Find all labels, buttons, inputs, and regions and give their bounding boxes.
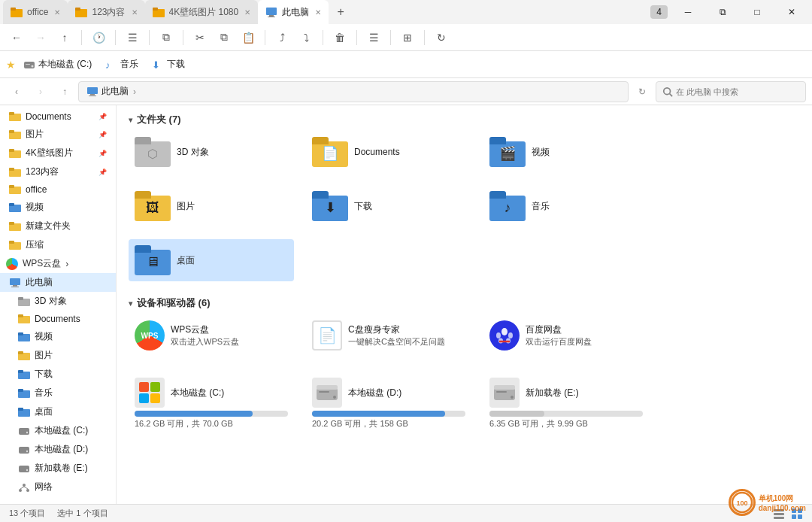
view-menu-button[interactable]: ☰ [122, 27, 143, 48]
quickbar: ★ 本地磁盘 (C:) ♪ 音乐 ⬇ 下载 [0, 51, 812, 78]
forward-button[interactable]: → [30, 27, 51, 48]
sidebar-thispc-label: 此电脑 [26, 276, 53, 289]
paste-button[interactable]: 📋 [238, 27, 259, 48]
tab-pc[interactable]: 此电脑 ✕ [258, 0, 329, 24]
svg-rect-5 [153, 8, 158, 11]
sidebar-item-3d[interactable]: 3D 对象 [0, 292, 116, 311]
tab-pc-close[interactable]: ✕ [315, 8, 321, 17]
search-box[interactable] [656, 81, 806, 102]
up-button[interactable]: ↑ [54, 27, 75, 48]
folder-item-desktop[interactable]: 🖥 桌面 [129, 239, 294, 281]
sidebar-section-wps[interactable]: WPS云盘 › [0, 254, 116, 273]
recent-button[interactable]: 🕐 [88, 27, 109, 48]
new-folder-button[interactable]: ⧉ [156, 27, 177, 48]
tab-123-close[interactable]: ✕ [132, 8, 138, 17]
svg-point-10 [32, 65, 34, 67]
sidebar-item-newfolder[interactable]: 新建文件夹 [0, 217, 116, 235]
svg-rect-20 [9, 112, 14, 115]
svg-line-62 [24, 487, 28, 489]
quick-local-disk[interactable]: 本地磁盘 (C:) [17, 56, 98, 73]
quick-music[interactable]: ♪ 音乐 [99, 56, 144, 73]
sidebar-item-office[interactable]: office [0, 181, 116, 198]
tab-4k-close[interactable]: ✕ [244, 8, 250, 17]
sidebar-network-label: 网络 [35, 481, 53, 493]
refresh-button[interactable]: ↻ [431, 27, 452, 48]
tab-123-label: 123内容 [92, 6, 125, 19]
sidebar-item-desktop[interactable]: 桌面 [0, 402, 116, 421]
toolbar-sep-1 [81, 30, 82, 45]
toolbar-sep-4 [183, 30, 183, 45]
quick-music-label: 音乐 [120, 58, 138, 71]
folder-item-video[interactable]: 🎬 视频 [483, 131, 649, 173]
forward-nav-button[interactable]: › [30, 81, 51, 102]
drive-item-ddrive[interactable]: 本地磁盘 (D:) 20.2 GB 可用，共 158 GB [306, 372, 471, 436]
folder-item-documents[interactable]: 📄 Documents [306, 131, 471, 173]
folders-section-label: 文件夹 (7) [137, 113, 181, 126]
quick-download[interactable]: ⬇ 下载 [146, 56, 191, 73]
sidebar-item-pics2[interactable]: 图片 [0, 346, 116, 365]
drive-item-cdrive[interactable]: 本地磁盘 (C:) 16.2 GB 可用，共 70.0 GB [129, 372, 294, 436]
tab-office[interactable]: office ✕ [3, 0, 68, 24]
address-box[interactable]: 此电脑 › [78, 81, 629, 102]
search-input[interactable] [676, 87, 789, 96]
sidebar-item-edrive[interactable]: 新加载卷 (E:) [0, 459, 116, 478]
restore-button[interactable]: ⧉ [705, 0, 740, 24]
move-button[interactable]: ⤴ [271, 27, 292, 48]
sidebar-item-dl2[interactable]: 下载 [0, 365, 116, 384]
tab-4k[interactable]: 4K壁纸图片 1080 ✕ [145, 0, 259, 24]
minimize-button[interactable]: ─ [671, 0, 705, 24]
back-nav-button[interactable]: ‹ [6, 81, 27, 102]
file-icon: 📄 [312, 320, 342, 351]
cut-button[interactable]: ✂ [189, 27, 211, 48]
sidebar-item-documents[interactable]: Documents 📌 [0, 108, 116, 125]
sidebar-item-video2[interactable]: 视频 [0, 327, 116, 346]
add-tab-button[interactable]: + [329, 0, 353, 24]
win-logo-icon [135, 378, 165, 408]
view-toggle-button[interactable]: ⊞ [397, 27, 418, 48]
sidebar-item-123[interactable]: 123内容 📌 [0, 162, 116, 181]
toolbar-sep-6 [323, 30, 323, 45]
sidebar-item-4k[interactable]: 4K壁纸图片 📌 [0, 144, 116, 162]
close-button[interactable]: ✕ [774, 0, 809, 24]
tab-office-close[interactable]: ✕ [54, 8, 60, 17]
properties-button[interactable]: ☰ [363, 27, 384, 48]
drive-d-icon [18, 445, 30, 455]
folder-video2-icon [18, 332, 30, 342]
drive-edrive-bar [489, 411, 544, 417]
up-nav-button[interactable]: ↑ [54, 81, 75, 102]
folder-desktop-thumb: 🖥 [135, 245, 171, 275]
sidebar-item-thispc[interactable]: 此电脑 [0, 273, 116, 292]
back-button[interactable]: ← [6, 27, 27, 48]
addr-sep: › [133, 86, 136, 97]
copy-button[interactable]: ⧉ [214, 27, 235, 48]
sidebar-item-cdrive[interactable]: 本地磁盘 (C:) [0, 421, 116, 440]
drive-item-edrive[interactable]: 新加载卷 (E:) 6.35 GB 可用，共 9.99 GB [483, 372, 649, 436]
svg-rect-74 [494, 385, 515, 390]
drive-item-baidu[interactable]: 百度网盘 双击运行百度网盘 [483, 314, 649, 360]
sidebar-item-docs2[interactable]: Documents [0, 311, 116, 327]
sidebar-item-video[interactable]: 视频 [0, 198, 116, 217]
delete-button[interactable]: 🗑 [329, 27, 350, 48]
folder-item-music[interactable]: ♪ 音乐 [483, 185, 649, 227]
sidebar-newfolder-label: 新建文件夹 [26, 220, 71, 232]
addr-refresh-button[interactable]: ↻ [632, 81, 653, 102]
sidebar-item-zip[interactable]: 压缩 [0, 235, 116, 254]
svg-rect-36 [13, 285, 17, 287]
copy2-button[interactable]: ⤵ [295, 27, 317, 48]
folders-section-header[interactable]: ▾ 文件夹 (7) [117, 105, 812, 131]
sidebar-ddrive-label: 本地磁盘 (D:) [35, 443, 88, 456]
sidebar-item-ddrive[interactable]: 本地磁盘 (D:) [0, 440, 116, 459]
drive-cdrive-info: 本地磁盘 (C:) [171, 387, 288, 399]
sidebar-item-network[interactable]: 网络 [0, 478, 116, 496]
drive-item-wps[interactable]: WPS WPS云盘 双击进入WPS云盘 [129, 314, 294, 360]
sidebar-item-pictures[interactable]: 图片 📌 [0, 125, 116, 144]
sidebar-item-music2[interactable]: 音乐 [0, 384, 116, 402]
folder-item-3d[interactable]: ⬡ 3D 对象 [129, 131, 294, 173]
folder-icon [9, 129, 21, 140]
folder-item-pictures[interactable]: 🖼 图片 [129, 185, 294, 227]
devices-section-header[interactable]: ▾ 设备和驱动器 (6) [117, 289, 812, 314]
folder-item-download[interactable]: ⬇ 下载 [306, 185, 471, 227]
drive-item-cdisk[interactable]: 📄 C盘瘦身专家 一键解决C盘空间不足问题 [306, 314, 471, 360]
tab-123[interactable]: 123内容 ✕ [68, 0, 144, 24]
maximize-button[interactable]: □ [740, 0, 774, 24]
